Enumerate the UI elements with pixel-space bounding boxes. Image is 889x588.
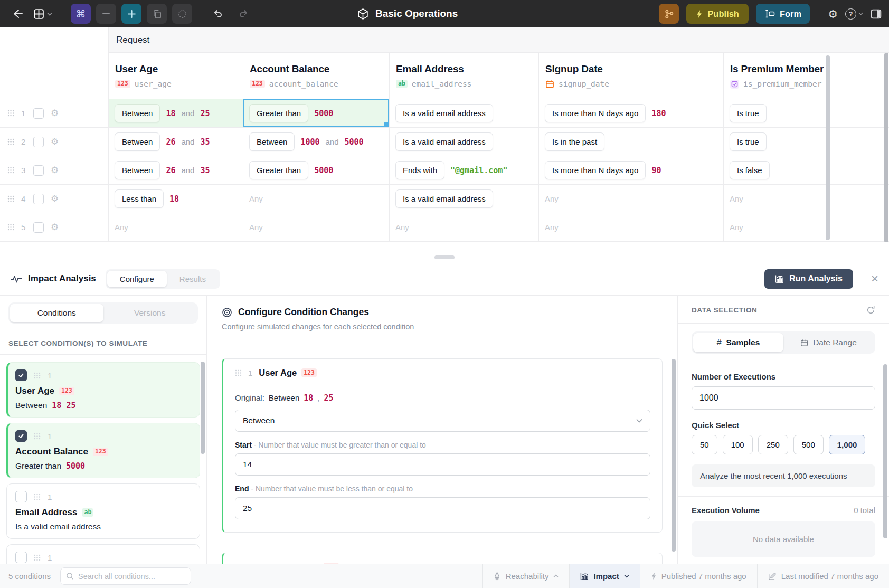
copy-button[interactable]: [147, 4, 167, 24]
operator-chip[interactable]: Greater than: [249, 161, 308, 179]
quick-option-1000[interactable]: 1,000: [829, 435, 866, 454]
row-settings-icon[interactable]: ⚙: [51, 109, 59, 118]
table-edge-scrollbar[interactable]: [884, 53, 888, 243]
add-row-button[interactable]: [121, 4, 141, 24]
cell-user-age[interactable]: Less than 18: [108, 185, 243, 213]
condition-checkbox-checked[interactable]: [15, 369, 27, 381]
operator-chip[interactable]: Ends with: [395, 161, 445, 179]
operator-chip[interactable]: Is a valid email address: [395, 104, 493, 122]
operator-chip[interactable]: Is a valid email address: [395, 189, 493, 208]
cell-user-age[interactable]: Between 26 and 35: [108, 156, 243, 185]
cell-account-balance[interactable]: Between 1000 and 5000: [243, 128, 389, 156]
row-settings-icon[interactable]: ⚙: [51, 137, 59, 146]
search-input[interactable]: [78, 572, 185, 581]
condition-card-user-age[interactable]: 1 User Age123 Between1825: [6, 362, 200, 418]
start-input[interactable]: [235, 453, 650, 476]
row-checkbox[interactable]: [33, 108, 44, 119]
tab-results[interactable]: Results: [167, 271, 219, 287]
cell-account-balance-selected[interactable]: Greater than 5000: [243, 99, 389, 128]
operator-chip[interactable]: Between: [115, 104, 160, 122]
tab-configure[interactable]: Configure: [107, 271, 167, 287]
row-settings-icon[interactable]: ⚙: [51, 166, 59, 175]
undo-button[interactable]: [208, 4, 228, 24]
operator-chip[interactable]: Between: [115, 161, 160, 179]
settings-button[interactable]: ⚙: [828, 8, 838, 20]
cell-email-address[interactable]: Ends with "@gmail.com": [389, 156, 538, 185]
impact-toggle[interactable]: Impact: [569, 564, 639, 588]
operator-chip[interactable]: Is true: [730, 132, 767, 151]
operator-chip[interactable]: Between: [249, 132, 295, 151]
drag-handle-icon[interactable]: [7, 138, 14, 145]
cell-user-age[interactable]: Between 18 and 25: [108, 99, 243, 128]
quick-option-250[interactable]: 250: [758, 435, 788, 454]
row-checkbox[interactable]: [33, 137, 44, 147]
column-header-user-age[interactable]: User Age 123user_age: [108, 53, 243, 99]
tab-versions[interactable]: Versions: [103, 304, 197, 322]
data-selection-scrollbar[interactable]: [883, 364, 887, 538]
cell-signup-date[interactable]: Any: [538, 185, 723, 213]
drag-handle-icon[interactable]: [34, 554, 41, 561]
cell-signup-date[interactable]: Is more than N days ago 90: [538, 156, 723, 185]
cell-email-address[interactable]: Is a valid email address: [389, 128, 538, 156]
form-button[interactable]: Form: [756, 4, 810, 24]
row-checkbox[interactable]: [33, 222, 44, 233]
operator-chip[interactable]: Less than: [115, 189, 164, 208]
refresh-icon[interactable]: [866, 306, 875, 315]
quick-option-100[interactable]: 100: [723, 435, 753, 454]
run-analysis-button[interactable]: Run Analysis: [764, 269, 853, 289]
quick-option-50[interactable]: 50: [692, 435, 717, 454]
end-input[interactable]: [235, 497, 650, 519]
executions-input[interactable]: [692, 386, 875, 410]
operator-chip[interactable]: Is a valid email address: [395, 132, 493, 151]
operator-chip[interactable]: Greater than: [249, 104, 308, 122]
sidebar-scrollbar[interactable]: [201, 362, 205, 454]
drag-handle-icon[interactable]: [235, 369, 242, 376]
search-box[interactable]: [60, 567, 191, 585]
cell-signup-date[interactable]: Any: [538, 213, 723, 242]
condition-card-account-balance[interactable]: 1 Account Balance123 Greater than5000: [6, 423, 200, 478]
table-scrollbar[interactable]: [826, 55, 830, 240]
drag-handle-icon[interactable]: [7, 224, 14, 231]
last-modified-status[interactable]: Last modified 7 months ago: [757, 564, 889, 588]
cell-signup-date[interactable]: Is in the past: [538, 128, 723, 156]
cell-email-address[interactable]: Any: [389, 213, 538, 242]
tab-conditions[interactable]: Conditions: [10, 304, 103, 322]
row-checkbox[interactable]: [33, 194, 44, 204]
operator-chip[interactable]: Is more than N days ago: [545, 161, 646, 179]
cell-account-balance[interactable]: Any: [243, 185, 389, 213]
cell-email-address[interactable]: Is a valid email address: [389, 185, 538, 213]
operator-chip[interactable]: Is false: [730, 161, 770, 179]
publish-button[interactable]: Publish: [686, 4, 749, 24]
drag-handle-icon[interactable]: [7, 110, 14, 117]
cell-account-balance[interactable]: Greater than 5000: [243, 156, 389, 185]
quick-option-500[interactable]: 500: [793, 435, 824, 454]
help-button[interactable]: ?: [845, 8, 863, 20]
command-button[interactable]: ⌘: [71, 4, 91, 24]
configure-scrollbar[interactable]: [672, 359, 676, 552]
condition-card-partial[interactable]: 1: [6, 544, 200, 564]
tab-date-range[interactable]: Date Range: [783, 333, 874, 352]
operator-chip[interactable]: Is true: [730, 104, 767, 122]
operator-chip[interactable]: Is more than N days ago: [545, 104, 646, 122]
column-header-signup-date[interactable]: Signup Date signup_date: [538, 53, 723, 99]
condition-card-email-address[interactable]: 1 Email Addressab Is a valid email addre…: [6, 483, 200, 539]
cell-is-premium-member[interactable]: Any: [723, 185, 889, 213]
operator-chip[interactable]: Is in the past: [545, 132, 604, 151]
column-header-account-balance[interactable]: Account Balance 123account_balance: [243, 53, 389, 99]
table-view-button[interactable]: [33, 4, 53, 24]
cell-email-address[interactable]: Is a valid email address: [389, 99, 538, 128]
redo-button[interactable]: [233, 4, 253, 24]
selection-button[interactable]: [172, 4, 192, 24]
reachability-toggle[interactable]: Reachability: [482, 564, 570, 588]
published-status[interactable]: Published 7 months ago: [640, 564, 757, 588]
column-header-is-premium-member[interactable]: Is Premium Member is_premium_member: [723, 53, 889, 99]
panel-toggle-button[interactable]: [871, 9, 882, 19]
cell-is-premium-member[interactable]: Is false: [723, 156, 889, 185]
condition-checkbox-checked[interactable]: [15, 430, 27, 442]
remove-row-button[interactable]: [96, 4, 116, 24]
cell-user-age[interactable]: Between 26 and 35: [108, 128, 243, 156]
cell-is-premium-member[interactable]: Is true: [723, 99, 889, 128]
row-settings-icon[interactable]: ⚙: [51, 194, 59, 203]
drag-handle-icon[interactable]: [7, 167, 14, 174]
cell-user-age[interactable]: Any: [108, 213, 243, 242]
